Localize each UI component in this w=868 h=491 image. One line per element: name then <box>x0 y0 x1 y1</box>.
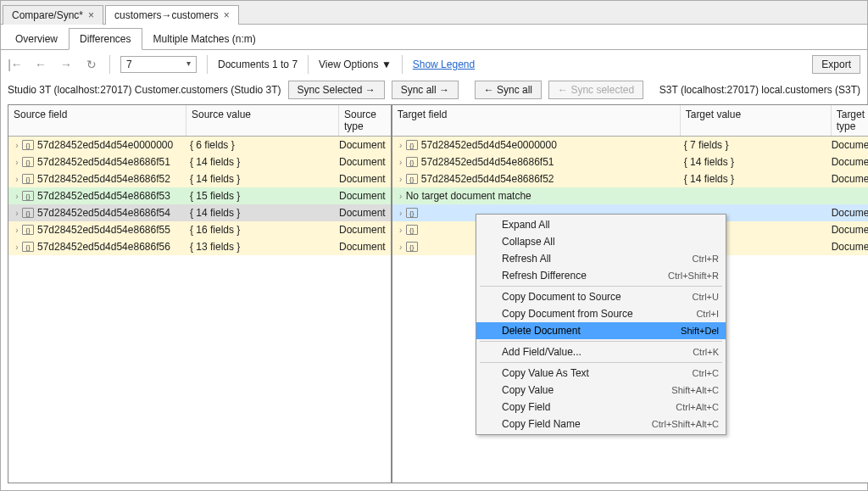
col-target-field[interactable]: Target field <box>392 105 681 136</box>
menu-item[interactable]: Copy ValueShift+Alt+C <box>476 382 726 399</box>
tab-compare-sync[interactable]: Compare/Sync*× <box>3 5 103 25</box>
table-row[interactable]: ›No target document matche <box>392 187 868 204</box>
chevron-right-icon[interactable]: › <box>396 141 406 150</box>
menu-item[interactable]: Expand All <box>476 216 726 233</box>
menu-label: Refresh Difference <box>502 270 587 282</box>
field-id: 57d28452ed5d4d54e8686f51 <box>421 156 554 168</box>
field-type: Document <box>339 207 391 219</box>
nav-toolbar: |← ← → ↻ 7 Documents 1 to 7 View Options… <box>1 50 867 79</box>
col-source-type[interactable]: Source type <box>339 105 391 136</box>
col-source-value[interactable]: Source value <box>186 105 339 136</box>
table-row[interactable]: ›{}57d28452ed5d4d54e8686f54{ 14 fields }… <box>8 204 391 221</box>
subtab-overview[interactable]: Overview <box>4 28 69 49</box>
prev-icon[interactable]: ← <box>33 57 48 72</box>
field-type: Document <box>832 224 868 236</box>
sync-all-right-button[interactable]: Sync all → <box>392 81 459 99</box>
menu-item[interactable]: Copy Document to SourceCtrl+U <box>476 288 726 305</box>
chevron-right-icon[interactable]: › <box>396 209 406 218</box>
table-row[interactable]: ›{}57d28452ed5d4d54e8686f55{ 16 fields }… <box>8 221 391 238</box>
object-icon: {} <box>22 208 34 218</box>
chevron-right-icon[interactable]: › <box>396 243 406 252</box>
chevron-right-icon[interactable]: › <box>396 175 406 184</box>
close-icon[interactable]: × <box>224 9 230 21</box>
table-row[interactable]: ›{}57d28452ed5d4d54e0000000{ 6 fields }D… <box>8 137 391 153</box>
menu-item[interactable]: Refresh DifferenceCtrl+Shift+R <box>476 267 726 284</box>
sync-selected-right-button[interactable]: Sync Selected → <box>288 81 385 99</box>
menu-label: Delete Document <box>502 325 581 337</box>
field-value: { 14 fields } <box>190 156 339 168</box>
separator <box>402 55 403 74</box>
sync-all-left-button[interactable]: ← Sync all <box>475 81 542 99</box>
menu-item[interactable]: Copy Document from SourceCtrl+I <box>476 305 726 322</box>
menu-item[interactable]: Copy FieldCtrl+Alt+C <box>476 399 726 416</box>
object-icon: {} <box>22 225 34 235</box>
field-id: 57d28452ed5d4d54e8686f52 <box>37 173 170 185</box>
menu-item[interactable]: Delete DocumentShift+Del <box>476 322 726 339</box>
menu-item[interactable]: Add Field/Value...Ctrl+K <box>476 343 726 360</box>
object-icon: {} <box>406 140 418 150</box>
refresh-icon[interactable]: ↻ <box>84 57 99 72</box>
top-tabs: Compare/Sync*× customers→customers× <box>1 1 867 25</box>
menu-label: Copy Value As Text <box>502 367 589 379</box>
chevron-right-icon[interactable]: › <box>12 243 22 252</box>
field-id: 57d28452ed5d4d54e8686f55 <box>37 224 170 236</box>
table-row[interactable]: ›{}57d28452ed5d4d54e8686f51{ 14 fields }… <box>392 153 868 170</box>
sub-tabs: Overview Differences Multiple Matches (n… <box>1 25 867 50</box>
chevron-right-icon[interactable]: › <box>12 175 22 184</box>
col-target-type[interactable]: Target type <box>832 105 868 136</box>
close-icon[interactable]: × <box>88 9 94 21</box>
tab-customers[interactable]: customers→customers× <box>105 5 239 25</box>
field-value: { 14 fields } <box>684 156 832 168</box>
show-legend-link[interactable]: Show Legend <box>413 59 475 70</box>
table-row[interactable]: ›{}57d28452ed5d4d54e8686f52{ 14 fields }… <box>8 170 391 187</box>
menu-shortcut: Ctrl+K <box>693 347 719 357</box>
chevron-right-icon[interactable]: › <box>12 158 22 167</box>
chevron-right-icon[interactable]: › <box>396 226 406 235</box>
next-icon[interactable]: → <box>58 57 74 72</box>
chevron-right-icon[interactable]: › <box>12 192 22 201</box>
field-value: { 15 fields } <box>190 190 339 202</box>
field-type: Document <box>339 173 391 185</box>
menu-item[interactable]: Copy Field NameCtrl+Shift+Alt+C <box>476 416 726 432</box>
target-title: S3T (localhost:27017) local.customers (S… <box>659 84 860 96</box>
menu-label: Collapse All <box>502 236 555 248</box>
table-row[interactable]: ›{}57d28452ed5d4d54e8686f51{ 14 fields }… <box>8 153 391 170</box>
chevron-right-icon[interactable]: › <box>12 226 22 235</box>
table-row[interactable]: ›{}57d28452ed5d4d54e8686f56{ 13 fields }… <box>8 238 391 255</box>
subtab-multiple[interactable]: Multiple Matches (n:m) <box>142 28 267 49</box>
chevron-right-icon[interactable]: › <box>396 192 406 201</box>
subtab-differences[interactable]: Differences <box>69 28 142 50</box>
field-value: { 7 fields } <box>684 139 832 151</box>
field-type: Document <box>832 241 868 253</box>
menu-item[interactable]: Refresh AllCtrl+R <box>476 250 726 267</box>
table-row[interactable]: ›{}57d28452ed5d4d54e8686f53{ 15 fields }… <box>8 187 391 204</box>
menu-item[interactable]: Copy Value As TextCtrl+C <box>476 365 726 382</box>
menu-shortcut: Ctrl+U <box>693 292 719 302</box>
chevron-right-icon[interactable]: › <box>12 141 22 150</box>
first-icon[interactable]: |← <box>8 57 23 72</box>
separator <box>207 55 208 74</box>
field-type: Document <box>832 173 868 185</box>
menu-shortcut: Shift+Alt+C <box>671 385 719 395</box>
page-select[interactable]: 7 <box>120 56 197 73</box>
view-options[interactable]: View Options ▼ <box>319 59 392 70</box>
source-pane: Source field Source value Source type ›{… <box>8 104 392 483</box>
range-label: Documents 1 to 7 <box>218 59 298 70</box>
col-target-value[interactable]: Target value <box>681 105 832 136</box>
table-row[interactable]: ›{}57d28452ed5d4d54e8686f52{ 14 fields }… <box>392 170 868 187</box>
menu-label: Expand All <box>502 219 550 231</box>
sync-selected-left-button[interactable]: ← Sync selected <box>548 81 643 99</box>
chevron-right-icon[interactable]: › <box>12 209 22 218</box>
menu-separator <box>480 286 722 287</box>
menu-shortcut: Ctrl+I <box>696 309 719 319</box>
col-source-field[interactable]: Source field <box>8 105 186 136</box>
chevron-right-icon[interactable]: › <box>396 158 406 167</box>
table-row[interactable]: ›{}57d28452ed5d4d54e0000000{ 7 fields }D… <box>392 137 868 153</box>
menu-label: Copy Document from Source <box>502 308 633 320</box>
menu-item[interactable]: Collapse All <box>476 233 726 250</box>
export-button[interactable]: Export <box>812 55 860 74</box>
menu-separator <box>480 362 722 363</box>
field-type: Document <box>832 156 868 168</box>
menu-separator <box>480 341 722 342</box>
separator <box>109 55 110 74</box>
